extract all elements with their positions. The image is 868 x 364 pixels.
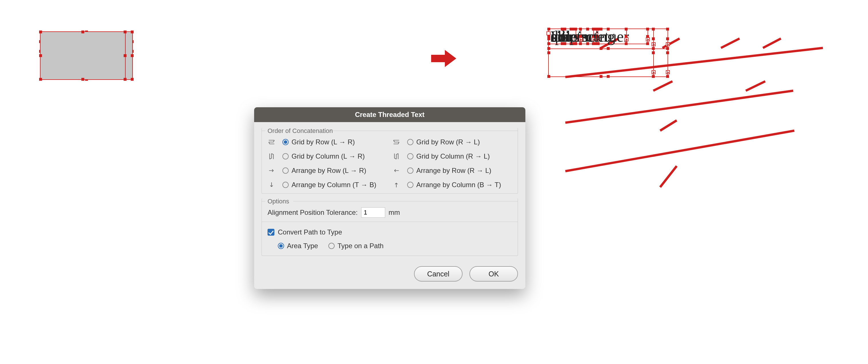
arrow-down-icon bbox=[267, 180, 276, 190]
svg-line-7 bbox=[565, 91, 793, 123]
grid-col-rl-icon bbox=[392, 152, 401, 161]
svg-line-9 bbox=[565, 131, 794, 171]
svg-line-3 bbox=[763, 38, 781, 48]
dialog-title: Create Threaded Text bbox=[254, 107, 525, 122]
radio-area-type-input[interactable] bbox=[278, 243, 284, 249]
radio-type-on-path-input[interactable] bbox=[328, 243, 335, 249]
radio-label: Arrange by Column (T → B) bbox=[291, 181, 376, 189]
arrow-left-icon bbox=[392, 166, 401, 175]
radio-grid-row-lr-input[interactable] bbox=[282, 139, 289, 145]
radio-grid-col-lr[interactable]: Grid by Column (L → R) bbox=[282, 152, 388, 160]
group-order-label: Order of Concatenation bbox=[266, 127, 335, 135]
radio-grid-col-rl-input[interactable] bbox=[407, 153, 413, 160]
arrow-icon bbox=[431, 50, 457, 67]
svg-line-6 bbox=[746, 81, 765, 91]
radio-arr-col-tb-input[interactable] bbox=[282, 182, 289, 188]
radio-arr-col-tb[interactable]: Arrange by Column (T → B) bbox=[282, 181, 388, 189]
radio-grid-row-rl-input[interactable] bbox=[407, 139, 413, 145]
radio-label: Grid by Row (R → L) bbox=[416, 138, 480, 146]
tolerance-unit: mm bbox=[389, 208, 400, 217]
text-frame[interactable] bbox=[548, 29, 668, 77]
after-canvas: Lorem ipsum dolor sit amet consectetuer … bbox=[548, 29, 857, 228]
convert-path-checkbox[interactable] bbox=[268, 229, 274, 236]
svg-line-2 bbox=[721, 38, 740, 48]
svg-line-8 bbox=[660, 121, 677, 131]
radio-label: Grid by Column (R → L) bbox=[416, 152, 490, 160]
radio-grid-col-rl[interactable]: Grid by Column (R → L) bbox=[407, 152, 513, 160]
radio-grid-col-lr-input[interactable] bbox=[282, 153, 289, 160]
grid-col-lr-icon bbox=[267, 152, 276, 161]
radio-area-type[interactable]: Area Type bbox=[278, 242, 318, 250]
create-threaded-text-dialog: Create Threaded Text Order of Concatenat… bbox=[254, 107, 525, 289]
tolerance-input[interactable] bbox=[361, 207, 385, 218]
grid-row-rl-icon bbox=[392, 137, 401, 146]
radio-arr-row-rl-input[interactable] bbox=[407, 167, 413, 174]
tolerance-label: Alignment Position Tolerance: bbox=[268, 208, 358, 217]
radio-label: Type on a Path bbox=[338, 242, 383, 250]
radio-label: Area Type bbox=[287, 242, 318, 250]
radio-type-on-path[interactable]: Type on a Path bbox=[328, 242, 383, 250]
radio-label: Arrange by Row (R → L) bbox=[416, 167, 491, 174]
arrow-up-icon bbox=[392, 180, 401, 190]
svg-line-5 bbox=[653, 81, 673, 91]
radio-grid-row-rl[interactable]: Grid by Row (R → L) bbox=[407, 138, 513, 146]
radio-arr-col-bt[interactable]: Arrange by Column (B → T) bbox=[407, 181, 513, 189]
ok-button[interactable]: OK bbox=[469, 266, 518, 282]
radio-arr-row-lr-input[interactable] bbox=[282, 167, 289, 174]
group-options-label: Options bbox=[266, 198, 291, 205]
radio-label: Arrange by Column (B → T) bbox=[416, 181, 501, 189]
group-options: Options Alignment Position Tolerance: mm… bbox=[261, 198, 518, 256]
radio-arr-row-rl[interactable]: Arrange by Row (R → L) bbox=[407, 167, 513, 174]
radio-arr-row-lr[interactable]: Arrange by Row (L → R) bbox=[282, 167, 388, 174]
cancel-button[interactable]: Cancel bbox=[414, 266, 463, 282]
radio-label: Grid by Row (L → R) bbox=[291, 138, 355, 146]
grid-row-lr-icon bbox=[267, 137, 276, 146]
svg-line-10 bbox=[660, 166, 677, 187]
arrow-right-icon bbox=[267, 166, 276, 175]
radio-label: Grid by Column (L → R) bbox=[291, 152, 365, 160]
radio-label: Arrange by Row (L → R) bbox=[291, 167, 366, 174]
group-order: Order of Concatenation Grid by Row (L → … bbox=[261, 128, 518, 194]
radio-arr-col-bt-input[interactable] bbox=[407, 182, 413, 188]
convert-path-label: Convert Path to Type bbox=[278, 228, 342, 236]
radio-grid-row-lr[interactable]: Grid by Row (L → R) bbox=[282, 138, 388, 146]
selected-path[interactable] bbox=[40, 31, 126, 80]
